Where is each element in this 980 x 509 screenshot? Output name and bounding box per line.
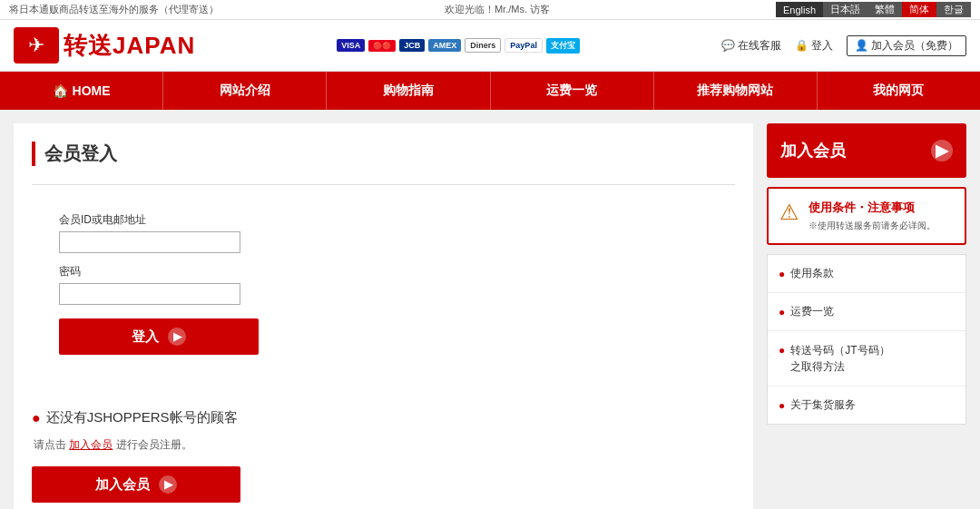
sidebar-link-collection[interactable]: ● 关于集货服务 xyxy=(768,387,965,424)
member-id-label: 会员ID或电邮地址 xyxy=(59,212,708,228)
page-title: 会员登入 xyxy=(44,142,735,166)
login-form: 会员ID或电邮地址 密码 登入 ▶ xyxy=(32,203,735,364)
register-main-button-label: 加入会员 xyxy=(95,476,150,494)
alipay-icon: 支付宝 xyxy=(546,38,580,54)
amex-icon: AMEX xyxy=(428,39,461,52)
lang-english[interactable]: English xyxy=(776,2,823,17)
notice-text: 使用条件・注意事项 ※使用转送服务前请务必详阅。 xyxy=(808,200,954,232)
login-header-label: 登入 xyxy=(811,38,833,54)
logo-text: 转送JAPAN xyxy=(64,30,195,62)
login-button-label: 登入 xyxy=(132,328,159,346)
sidebar-register-arrow-icon: ▶ xyxy=(931,140,953,162)
fees-label: 运费一览 xyxy=(790,304,834,319)
register-description: 请点击 加入会员 进行会员注册。 xyxy=(34,437,735,453)
diners-icon: Diners xyxy=(465,38,501,53)
nav-site-intro[interactable]: 网站介绍 xyxy=(163,72,327,110)
title-divider xyxy=(32,184,735,185)
top-bar-description: 将日本通贩商品转送至海外的服务（代理寄送） xyxy=(9,3,219,16)
password-group: 密码 xyxy=(59,264,708,305)
language-selector: English 日本語 繁體 简体 한글 xyxy=(776,2,971,17)
jt-label: 转送号码（JT号码）之取得方法 xyxy=(790,342,889,375)
nav-shopping-guide[interactable]: 购物指南 xyxy=(327,72,490,110)
red-dot-icon: ● xyxy=(32,410,41,426)
register-main-button[interactable]: 加入会员 ▶ xyxy=(32,466,240,503)
paypal-icon: PayPal xyxy=(505,38,543,53)
mastercard-icon: 🔴🔴 xyxy=(368,40,396,52)
main-nav: 🏠 HOME 网站介绍 购物指南 运费一览 推荐购物网站 我的网页 xyxy=(0,72,980,110)
register-header-button[interactable]: 👤 加入会员（免费） xyxy=(847,35,966,56)
register-header-label: 加入会员（免费） xyxy=(871,38,958,54)
register-title: ● 还没有JSHOPPERS帐号的顾客 xyxy=(32,409,735,426)
chat-icon: 💬 xyxy=(721,39,735,52)
svg-text:✈: ✈ xyxy=(28,34,44,56)
payment-icons: VISA 🔴🔴 JCB AMEX Diners PayPal 支付宝 xyxy=(337,38,580,54)
lang-korean[interactable]: 한글 xyxy=(936,2,971,17)
register-section: ● 还没有JSHOPPERS帐号的顾客 请点击 加入会员 进行会员注册。 加入会… xyxy=(32,396,735,503)
password-input[interactable] xyxy=(59,283,240,305)
lang-simplified[interactable]: 简体 xyxy=(902,2,936,17)
sidebar-link-terms[interactable]: ● 使用条款 xyxy=(768,255,965,293)
sidebar-register-label: 加入会员 xyxy=(780,140,846,162)
nav-recommended-sites[interactable]: 推荐购物网站 xyxy=(654,72,818,110)
online-support-label: 在线客服 xyxy=(738,38,781,54)
header-actions: 💬 在线客服 🔒 登入 👤 加入会员（免费） xyxy=(721,35,966,56)
login-button[interactable]: 登入 ▶ xyxy=(59,318,259,355)
page-title-bar: 会员登入 xyxy=(32,142,735,166)
content-area: 会员登入 会员ID或电邮地址 密码 登入 ▶ ● 还没有JSHOPPERS帐号的… xyxy=(0,110,980,509)
nav-shipping-fees[interactable]: 运费一览 xyxy=(491,72,654,110)
register-link[interactable]: 加入会员 xyxy=(69,438,113,451)
jt-arrow-icon: ● xyxy=(779,344,785,357)
sidebar-links: ● 使用条款 ● 运费一览 ● 转送号码（JT号码）之取得方法 ● 关于集货服务 xyxy=(767,254,966,425)
notice-subtitle: ※使用转送服务前请务必详阅。 xyxy=(808,220,954,232)
register-arrow-icon: ▶ xyxy=(159,475,177,494)
terms-label: 使用条款 xyxy=(790,266,834,281)
lang-japanese[interactable]: 日本語 xyxy=(823,2,867,17)
nav-my-page[interactable]: 我的网页 xyxy=(818,72,980,110)
main-panel: 会员登入 会员ID或电邮地址 密码 登入 ▶ ● 还没有JSHOPPERS帐号的… xyxy=(14,123,753,509)
terms-arrow-icon: ● xyxy=(779,268,785,280)
nav-home[interactable]: 🏠 HOME xyxy=(0,72,163,110)
logo-area: ✈ 转送JAPAN xyxy=(14,27,195,64)
collection-label: 关于集货服务 xyxy=(790,397,856,413)
sidebar-link-jt-number[interactable]: ● 转送号码（JT号码）之取得方法 xyxy=(768,331,965,387)
sidebar: 加入会员 ▶ ⚠ 使用条件・注意事项 ※使用转送服务前请务必详阅。 ● 使用条款… xyxy=(767,123,966,509)
online-support-button[interactable]: 💬 在线客服 xyxy=(721,38,781,54)
login-arrow-icon: ▶ xyxy=(168,328,186,346)
collection-arrow-icon: ● xyxy=(779,399,785,412)
login-header-button[interactable]: 🔒 登入 xyxy=(795,38,833,54)
visa-icon: VISA xyxy=(337,39,365,52)
lock-icon: 🔒 xyxy=(795,39,808,52)
sidebar-register-button[interactable]: 加入会员 ▶ xyxy=(767,123,966,178)
home-icon: 🏠 xyxy=(53,83,68,98)
member-id-group: 会员ID或电邮地址 xyxy=(59,212,708,253)
fees-arrow-icon: ● xyxy=(779,306,785,318)
top-bar: 将日本通贩商品转送至海外的服务（代理寄送） 欢迎光临！Mr./Ms. 访客 En… xyxy=(0,0,980,20)
logo-plane-icon: ✈ xyxy=(14,27,59,64)
lang-traditional[interactable]: 繁體 xyxy=(867,2,902,17)
password-label: 密码 xyxy=(59,264,708,279)
member-id-input[interactable] xyxy=(59,231,240,253)
sidebar-link-fees[interactable]: ● 运费一览 xyxy=(768,293,965,331)
notice-title: 使用条件・注意事项 xyxy=(808,200,954,216)
notice-box[interactable]: ⚠ 使用条件・注意事项 ※使用转送服务前请务必详阅。 xyxy=(767,187,966,245)
warning-icon: ⚠ xyxy=(779,200,799,225)
register-title-text: 还没有JSHOPPERS帐号的顾客 xyxy=(46,409,238,426)
top-bar-welcome: 欢迎光临！Mr./Ms. 访客 xyxy=(445,3,550,16)
jcb-icon: JCB xyxy=(399,39,425,52)
person-icon: 👤 xyxy=(855,39,868,52)
header: ✈ 转送JAPAN VISA 🔴🔴 JCB AMEX Diners PayPal… xyxy=(0,20,980,72)
